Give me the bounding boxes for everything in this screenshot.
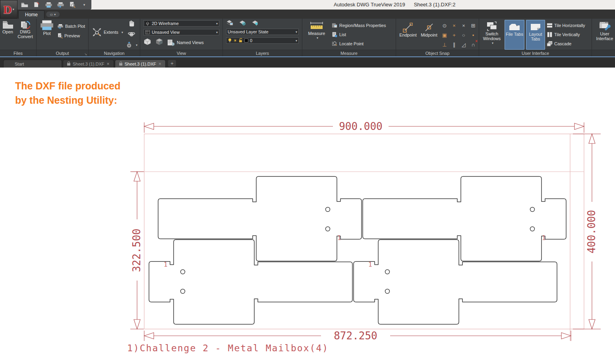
endpoint-label: Endpoint bbox=[399, 33, 416, 37]
cube-icon bbox=[143, 38, 151, 45]
file-tabs-button[interactable]: File Tabs bbox=[505, 20, 524, 50]
snap-endpoint-button[interactable]: Endpoint bbox=[398, 20, 418, 50]
tile-vertical-icon bbox=[547, 32, 553, 37]
tile-horizontally-button[interactable]: Tile Horizontally bbox=[547, 21, 585, 29]
layer-color-swatch[interactable] bbox=[244, 39, 248, 43]
lock-icon bbox=[67, 63, 70, 66]
region-mass-properties-button[interactable]: Region/Mass Properties bbox=[332, 21, 386, 29]
snap-center-icon[interactable]: ⊙ bbox=[440, 21, 449, 30]
cascade-button[interactable]: Cascade bbox=[547, 40, 585, 48]
layer-state-dropdown[interactable]: Unsaved Layer State ▾ bbox=[226, 29, 299, 35]
view-state-dropdown[interactable]: Unsaved View ▾ bbox=[143, 29, 219, 35]
batch-plot-icon bbox=[57, 24, 64, 29]
visual-style-dropdown[interactable]: 2D Wireframe ▾ bbox=[143, 20, 219, 27]
steering-wheel-button[interactable]: ▾ bbox=[126, 41, 137, 49]
dwg-convert-icon bbox=[20, 20, 31, 29]
locate-point-button[interactable]: Locate Point bbox=[332, 40, 386, 48]
qat-open-button[interactable] bbox=[21, 1, 29, 9]
plot-button[interactable]: Plot bbox=[40, 20, 54, 50]
qat-batch-plot-button[interactable] bbox=[56, 1, 64, 9]
snap-quadrant-icon[interactable]: + bbox=[449, 30, 459, 40]
part-marker: 1 bbox=[542, 234, 546, 242]
list-label: List bbox=[339, 32, 346, 37]
open-folder-icon bbox=[21, 2, 28, 8]
layer-freeze-button[interactable] bbox=[239, 19, 246, 27]
named-views-label: Named Views bbox=[177, 40, 204, 45]
open-button[interactable]: Open bbox=[2, 20, 14, 50]
tile-horizontal-icon bbox=[547, 23, 553, 28]
application-menu-button[interactable]: D ▾ bbox=[0, 0, 17, 19]
quick-access-toolbar: ▾ bbox=[17, 0, 91, 10]
panel-object-snap: Endpoint Midpoint ⊙ × × ⊞ ▣ + ○ ▪ ⊥ ∥ ◿ … bbox=[396, 19, 479, 56]
qat-plot-button[interactable] bbox=[44, 1, 52, 9]
document-1-label: Sheet.3 (1).DXF bbox=[73, 62, 104, 66]
midpoint-label: Midpoint bbox=[421, 33, 437, 37]
layout-tabs-button[interactable]: Layout Tabs bbox=[526, 20, 545, 50]
sheet-markup-icon bbox=[33, 2, 40, 8]
snap-parallel-icon[interactable]: ∥ bbox=[449, 40, 459, 49]
layer-unlock-icon[interactable] bbox=[238, 38, 243, 43]
snap-perpendicular-icon[interactable]: ⊥ bbox=[440, 40, 449, 49]
preview-button[interactable]: Preview bbox=[57, 32, 85, 40]
layer-dropdown[interactable]: ☀ 0 ▾ bbox=[226, 37, 299, 44]
shaded-cube-button[interactable] bbox=[155, 38, 163, 47]
snap-extension-icon[interactable]: ⊞ bbox=[468, 21, 478, 30]
list-button[interactable]: i List bbox=[332, 31, 386, 39]
batch-plot-button[interactable]: Batch Plot bbox=[57, 22, 85, 30]
tile-vertically-button[interactable]: Tile Vertically bbox=[547, 31, 585, 39]
qat-plot-stamp-button[interactable] bbox=[33, 1, 41, 9]
close-icon[interactable]: × bbox=[159, 62, 161, 66]
measure-button[interactable]: Measure ▾ bbox=[306, 20, 328, 50]
tab-start[interactable]: Start bbox=[3, 60, 62, 68]
snap-nearest-icon[interactable]: ◿ bbox=[459, 40, 468, 49]
chevron-down-icon: ▾ bbox=[216, 22, 218, 25]
snap-intersection-icon[interactable]: × bbox=[449, 21, 459, 30]
dwg-convert-button[interactable]: DWG Convert bbox=[16, 20, 35, 50]
zoom-extents-button[interactable]: Extents ▾ bbox=[92, 28, 123, 36]
named-views-button[interactable]: Named Views bbox=[167, 39, 204, 46]
locate-point-icon bbox=[332, 41, 338, 46]
magnet-glyph: ∩ bbox=[471, 42, 475, 48]
ribbon-tab-row: Home ▭▾ bbox=[0, 10, 615, 19]
new-tab-button[interactable]: + bbox=[168, 60, 176, 67]
title-bar: ▾ Autodesk DWG TrueView 2019Sheet.3 (1).… bbox=[0, 0, 615, 10]
snap-midpoint-button[interactable]: Midpoint bbox=[418, 20, 440, 50]
layer-onoff-button[interactable] bbox=[251, 19, 259, 27]
snap-node-icon[interactable]: ▪ bbox=[468, 30, 478, 40]
lock-icon bbox=[119, 63, 122, 66]
printer-arrow-icon bbox=[57, 2, 64, 8]
panel-user-interface: Switch Windows ▾ File Tabs Layout Tabs T… bbox=[479, 19, 592, 56]
user-interface-button[interactable]: User Interface bbox=[594, 20, 615, 50]
snap-none-icon[interactable]: ∩× bbox=[468, 40, 478, 49]
ribbon-display-toggle[interactable]: ▭▾ bbox=[46, 12, 60, 17]
snap-tangent-icon[interactable]: ○ bbox=[459, 30, 468, 40]
tab-home[interactable]: Home bbox=[18, 10, 44, 19]
preview-icon bbox=[57, 33, 63, 39]
qat-customize-button[interactable]: ▾ bbox=[80, 1, 88, 9]
open-folder-icon bbox=[2, 20, 14, 29]
file-tabs-label: File Tabs bbox=[506, 32, 523, 37]
start-tab-label: Start bbox=[15, 62, 24, 66]
panel-view: 2D Wireframe ▾ Unsaved View ▾ Named View… bbox=[140, 19, 223, 56]
tab-document-1[interactable]: Sheet.3 (1).DXF × bbox=[63, 60, 114, 68]
drawing-canvas[interactable]: The DXF file produced by the Nesting Uti… bbox=[0, 68, 615, 364]
user-interface-cut-panel-label bbox=[592, 50, 615, 56]
snap-insertion-icon[interactable]: ▣ bbox=[440, 30, 449, 40]
unsaved-viewport-button[interactable] bbox=[143, 38, 151, 47]
close-icon[interactable]: × bbox=[106, 62, 109, 66]
orbit-button[interactable] bbox=[128, 30, 135, 40]
dwg-convert-label: DWG Convert bbox=[16, 29, 35, 39]
tile-vertically-label: Tile Vertically bbox=[554, 32, 580, 37]
layer-properties-button[interactable] bbox=[226, 19, 233, 27]
part-marker: 1 bbox=[368, 261, 372, 268]
user-interface-label: User Interface bbox=[594, 31, 615, 41]
switch-windows-button[interactable]: Switch Windows ▾ bbox=[481, 20, 503, 50]
tab-document-2[interactable]: Sheet.3 (1).DXF × bbox=[115, 60, 166, 68]
layer-thaw-sun-icon[interactable]: ☀ bbox=[233, 38, 237, 43]
pan-button[interactable] bbox=[128, 19, 135, 29]
nested-parts bbox=[149, 176, 566, 324]
snap-apparent-intersection-icon[interactable]: × bbox=[459, 21, 468, 30]
printer-icon bbox=[45, 2, 52, 8]
switch-windows-icon bbox=[486, 21, 498, 31]
qat-preview-button[interactable] bbox=[68, 1, 76, 9]
